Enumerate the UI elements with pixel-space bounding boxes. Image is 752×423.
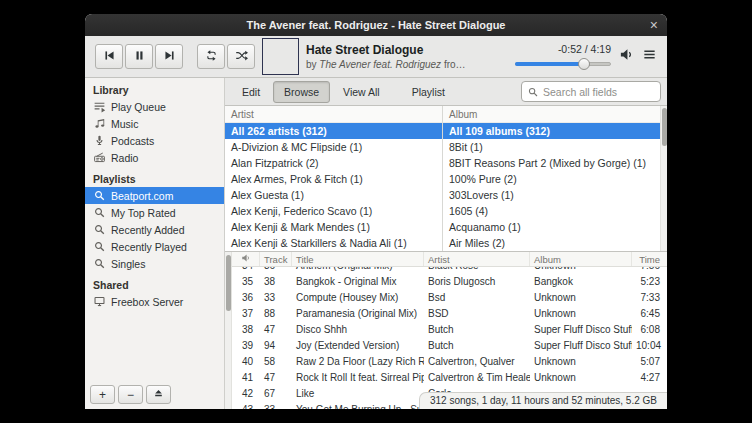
titlebar[interactable]: The Avener feat. Rodriguez - Hate Street… <box>85 14 667 36</box>
track-title: You Got Me Burning Up - Sup… <box>292 402 424 409</box>
track-time: 6:45 <box>632 306 667 322</box>
sidebar-item-music[interactable]: Music <box>85 115 224 132</box>
sidebar-item-recently-added[interactable]: Recently Added <box>85 221 224 238</box>
track-row[interactable]: 38 47 Disco Shhh Butch Super Fluff Disco… <box>232 322 667 338</box>
track-time: 4:27 <box>632 370 667 386</box>
track-row[interactable]: 35 38 Bangkok - Original Mix Boris Dlugo… <box>232 274 667 290</box>
track-title: Paramanesia (Original Mix) <box>292 306 424 322</box>
album-row[interactable]: 303Lovers (1) <box>443 187 660 203</box>
previous-button[interactable] <box>95 44 123 69</box>
artist-row[interactable]: Alex Armes, Prok & Fitch (1) <box>225 171 442 187</box>
sidebar-item-my-top-rated[interactable]: My Top Rated <box>85 204 224 221</box>
next-button[interactable] <box>155 44 183 69</box>
row-number: 39 <box>232 338 260 354</box>
add-playlist-button[interactable]: + <box>90 385 115 404</box>
track-title: Raw 2 Da Floor (Lazy Rich Re… <box>292 354 424 370</box>
sidebar: Library Play Queue Music Podcasts Radio <box>85 78 225 409</box>
repeat-button[interactable] <box>197 44 225 69</box>
title-column-header[interactable]: Title <box>292 252 424 266</box>
sidebar-item-label: Podcasts <box>111 135 154 147</box>
browse-button[interactable]: Browse <box>273 81 330 103</box>
tracklist-header: Track Title Artist Album Time <box>232 252 667 267</box>
sidebar-item-freebox-server[interactable]: Freebox Server <box>85 293 224 310</box>
remove-playlist-button[interactable]: − <box>118 385 143 404</box>
pause-button[interactable] <box>125 44 153 69</box>
track-row[interactable]: 39 94 Joy (Extended Version) Butch Super… <box>232 338 667 354</box>
volume-button[interactable] <box>619 47 634 66</box>
album-column-header[interactable]: Album <box>443 106 660 123</box>
album-row[interactable]: 8Bit (1) <box>443 139 660 155</box>
tracklist-scrollbar-handle[interactable] <box>226 255 231 311</box>
track-row[interactable]: 34 36 Anthem (Original Mix) Black Rose U… <box>232 267 667 274</box>
album-row[interactable]: 1605 (4) <box>443 203 660 219</box>
search-input[interactable] <box>543 86 655 98</box>
sidebar-item-play-queue[interactable]: Play Queue <box>85 98 224 115</box>
track-row[interactable]: 36 33 Compute (Housey Mix) Bsd Unknown 7… <box>232 290 667 306</box>
browser-scrollbar-handle[interactable] <box>662 108 667 146</box>
track-row[interactable]: 41 47 Rock It Roll It feat. Sirreal Pip…… <box>232 370 667 386</box>
app-menu-button[interactable] <box>642 47 657 66</box>
volume-icon <box>619 47 634 66</box>
album-row[interactable]: Acquanamo (1) <box>443 219 660 235</box>
tracklist-scrollbar[interactable] <box>225 252 232 409</box>
artist-row[interactable]: Alan Fitzpatrick (2) <box>225 155 442 171</box>
track-title: Joy (Extended Version) <box>292 338 424 354</box>
sidebar-item-beatport[interactable]: Beatport.com <box>85 187 224 204</box>
artist-row[interactable]: Alex Kenji, Federico Scavo (1) <box>225 203 442 219</box>
artist-pane: Artist All 262 artists (312) A-Divizion … <box>225 106 442 251</box>
track-time: 10:04 <box>632 338 667 354</box>
desktop: { "window": { "title": "The Avener feat.… <box>0 0 752 423</box>
row-number: 41 <box>232 370 260 386</box>
tracklist-body: 34 36 Anthem (Original Mix) Black Rose U… <box>232 267 667 409</box>
sidebar-item-label: My Top Rated <box>111 207 176 219</box>
microphone-icon <box>93 134 106 147</box>
playlist-menu-button[interactable]: Playlist <box>401 81 456 103</box>
album-column-header[interactable]: Album <box>530 252 632 266</box>
sidebar-item-podcasts[interactable]: Podcasts <box>85 132 224 149</box>
seek-slider-knob[interactable] <box>578 58 590 70</box>
eject-button[interactable] <box>146 385 171 404</box>
sidebar-item-radio[interactable]: Radio <box>85 149 224 166</box>
artist-row[interactable]: Alex Kenji & Starkillers & Nadia Ali (1) <box>225 235 442 251</box>
playback-controls <box>95 44 185 69</box>
search-box[interactable] <box>521 81 661 102</box>
sidebar-item-singles[interactable]: Singles <box>85 255 224 272</box>
display-icon <box>93 295 106 308</box>
track-album: Unknown <box>530 306 632 322</box>
view-all-button[interactable]: View All <box>332 81 391 103</box>
close-button[interactable]: × <box>650 14 658 36</box>
time-column-header[interactable]: Time <box>632 252 667 266</box>
track-title: Rock It Roll It feat. Sirreal Pip… <box>292 370 424 386</box>
now-playing-byline: by The Avener feat. Rodriguez fro… <box>306 59 506 70</box>
artist-row[interactable]: A-Divizion & MC Flipside (1) <box>225 139 442 155</box>
library-browser: Artist All 262 artists (312) A-Divizion … <box>225 106 667 252</box>
sidebar-item-recently-played[interactable]: Recently Played <box>85 238 224 255</box>
track-number: 33 <box>260 402 292 409</box>
album-row[interactable]: 100% Pure (2) <box>443 171 660 187</box>
artist-row[interactable]: Alex Guesta (1) <box>225 187 442 203</box>
seek-slider[interactable] <box>515 58 611 70</box>
mode-controls <box>197 44 257 69</box>
browser-scrollbar[interactable] <box>660 106 667 251</box>
playing-column-header[interactable] <box>232 252 260 266</box>
album-row[interactable]: All 109 albums (312) <box>443 123 660 139</box>
track-number: 38 <box>260 274 292 290</box>
artist-row[interactable]: All 262 artists (312) <box>225 123 442 139</box>
track-time: 5:07 <box>632 354 667 370</box>
byline-suffix: fro… <box>444 59 466 70</box>
sidebar-item-label: Recently Added <box>111 224 185 236</box>
album-row[interactable]: Air Miles (2) <box>443 235 660 251</box>
shuffle-button[interactable] <box>227 44 255 69</box>
artist-row[interactable]: Alex Kenji & Mark Mendes (1) <box>225 219 442 235</box>
search-icon <box>93 189 106 202</box>
sidebar-item-label: Beatport.com <box>111 190 173 202</box>
track-column-header[interactable]: Track <box>260 252 292 266</box>
edit-button[interactable]: Edit <box>231 81 271 103</box>
artist-column-header[interactable]: Artist <box>225 106 442 123</box>
track-row[interactable]: 40 58 Raw 2 Da Floor (Lazy Rich Re… Calv… <box>232 354 667 370</box>
album-row[interactable]: 8BIT Reasons Part 2 (Mixed by Gorge) (1) <box>443 155 660 171</box>
track-row[interactable]: 37 88 Paramanesia (Original Mix) BSD Unk… <box>232 306 667 322</box>
artist-column-header[interactable]: Artist <box>424 252 530 266</box>
track-number: 94 <box>260 338 292 354</box>
seek-slider-fill <box>515 62 584 66</box>
